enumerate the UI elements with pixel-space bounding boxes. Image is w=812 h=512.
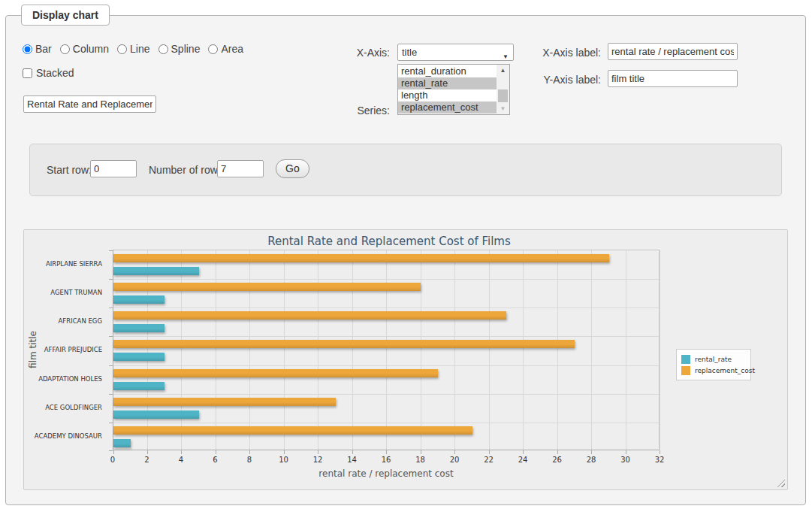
- legend-label: replacement_cost: [695, 367, 755, 374]
- legend-swatch-icon: [681, 355, 690, 364]
- chart-title-input[interactable]: [23, 95, 156, 113]
- x-tick-label: 22: [484, 456, 494, 464]
- grid-line-horizontal: [113, 336, 659, 337]
- stacked-checkbox[interactable]: [23, 68, 32, 78]
- y-axis-label-field-label: Y-Axis label:: [532, 74, 601, 86]
- x-axis-label-input[interactable]: [608, 43, 738, 60]
- radio-label[interactable]: Area: [221, 43, 243, 55]
- bar-rental_rate: [113, 353, 165, 361]
- x-axis-tick: [181, 450, 182, 454]
- chart-type-radio-column[interactable]: [60, 44, 70, 54]
- x-tick-label: 30: [620, 456, 630, 464]
- x-tick-label: 32: [655, 456, 665, 464]
- chart-type-radio-area[interactable]: [208, 44, 218, 54]
- y-axis-tick: [109, 279, 113, 280]
- y-axis-label-input[interactable]: [608, 70, 738, 87]
- bar-rental_rate: [113, 439, 131, 447]
- chart-type-radio-spline[interactable]: [158, 44, 168, 54]
- legend-item-replacement_cost[interactable]: replacement_cost: [681, 365, 746, 376]
- x-tick-label: 6: [213, 456, 217, 464]
- grid-line-vertical: [352, 250, 353, 450]
- chart-type-option-line[interactable]: Line: [117, 43, 149, 55]
- x-tick-label: 2: [144, 456, 149, 464]
- grid-line-horizontal: [113, 423, 659, 423]
- bar-rental_rate: [113, 382, 165, 390]
- bar-rental_rate: [113, 295, 165, 304]
- category-label: AIRPLANE SIERRA: [24, 250, 107, 278]
- x-tick-label: 4: [179, 456, 183, 464]
- x-axis-select-label: X-Axis:: [329, 47, 390, 59]
- chart-x-axis-title: rental rate / replacement cost: [318, 468, 453, 479]
- select-dropdown-arrow-icon: ▼: [503, 49, 509, 65]
- x-axis-tick: [386, 450, 387, 454]
- grid-line-horizontal: [113, 394, 659, 395]
- x-axis-tick: [216, 450, 216, 454]
- y-axis-tick: [109, 450, 113, 451]
- series-multiselect[interactable]: rental_durationrental_ratelengthreplacem…: [397, 64, 510, 115]
- grid-line-vertical: [421, 250, 421, 450]
- grid-line-vertical: [249, 250, 250, 450]
- x-tick-label: 16: [382, 456, 391, 464]
- grid-line-vertical: [557, 250, 558, 450]
- chart-type-option-bar[interactable]: Bar: [23, 43, 52, 55]
- chart-type-option-spline[interactable]: Spline: [158, 43, 201, 55]
- series-option-rental_rate[interactable]: rental_rate: [398, 77, 497, 89]
- scroll-up-icon[interactable]: ▲: [497, 65, 509, 76]
- category-label: ACE GOLDFINGER: [24, 393, 107, 422]
- go-button[interactable]: Go: [276, 159, 309, 178]
- radio-label[interactable]: Line: [130, 43, 149, 55]
- stacked-checkbox-label[interactable]: Stacked: [36, 67, 74, 79]
- chart-type-option-column[interactable]: Column: [60, 43, 109, 55]
- radio-label[interactable]: Column: [73, 43, 109, 55]
- category-label: ACADEMY DINOSAUR: [24, 422, 107, 450]
- x-axis-select[interactable]: title ▼: [397, 44, 514, 61]
- start-row-label: Start row:: [47, 164, 92, 176]
- radio-label[interactable]: Spline: [171, 43, 201, 55]
- y-axis-tick: [109, 336, 113, 337]
- chart-type-option-area[interactable]: Area: [208, 43, 243, 55]
- scrollbar-thumb[interactable]: [498, 89, 508, 102]
- grid-line-vertical: [216, 250, 216, 450]
- legend-label: rental_rate: [695, 356, 732, 363]
- number-of-rows-input[interactable]: [217, 160, 264, 177]
- rows-form-panel: Start row: Number of rows: Go: [29, 144, 782, 196]
- x-axis-tick: [421, 450, 421, 454]
- category-label: AFFAIR PREJUDICE: [24, 335, 107, 364]
- chart-type-radio-bar[interactable]: [23, 44, 32, 54]
- chart-legend: rental_ratereplacement_cost: [676, 349, 751, 380]
- grid-line-vertical: [318, 250, 318, 450]
- grid-line-vertical: [284, 250, 285, 450]
- bar-rental_rate: [113, 267, 199, 275]
- bar-replacement_cost: [113, 369, 438, 377]
- radio-label[interactable]: Bar: [35, 43, 52, 55]
- x-axis-tick: [591, 450, 592, 454]
- y-axis-tick: [109, 308, 113, 308]
- bar-rental_rate: [113, 324, 165, 332]
- display-chart-fieldset: Display chart BarColumnLineSplineArea St…: [5, 15, 806, 505]
- series-option-rental_duration[interactable]: rental_duration: [398, 65, 497, 77]
- bar-rental_rate: [113, 411, 199, 419]
- bar-replacement_cost: [113, 340, 575, 348]
- bar-replacement_cost: [113, 254, 609, 262]
- bar-replacement_cost: [113, 398, 336, 406]
- grid-line-vertical: [660, 250, 660, 450]
- x-tick-label: 20: [450, 456, 460, 464]
- plot-area: [113, 250, 660, 450]
- series-list-scrollbar[interactable]: ▲ ▼: [497, 65, 509, 114]
- x-axis-tick: [557, 450, 558, 454]
- grid-line-vertical: [386, 250, 387, 450]
- series-option-replacement_cost[interactable]: replacement_cost: [398, 101, 497, 114]
- grid-line-horizontal: [113, 365, 659, 366]
- series-option-length[interactable]: length: [398, 89, 497, 101]
- x-tick-label: 0: [110, 456, 115, 464]
- chart-resize-handle[interactable]: [777, 479, 785, 487]
- x-tick-label: 10: [279, 456, 288, 464]
- grid-line-horizontal: [113, 308, 659, 308]
- grid-line-vertical: [181, 250, 182, 450]
- start-row-input[interactable]: [90, 160, 137, 177]
- legend-item-rental_rate[interactable]: rental_rate: [681, 353, 746, 365]
- scroll-down-icon[interactable]: ▼: [497, 103, 509, 114]
- chart-type-radio-line[interactable]: [117, 44, 127, 54]
- x-axis-tick: [660, 450, 660, 454]
- x-axis-tick: [147, 450, 148, 454]
